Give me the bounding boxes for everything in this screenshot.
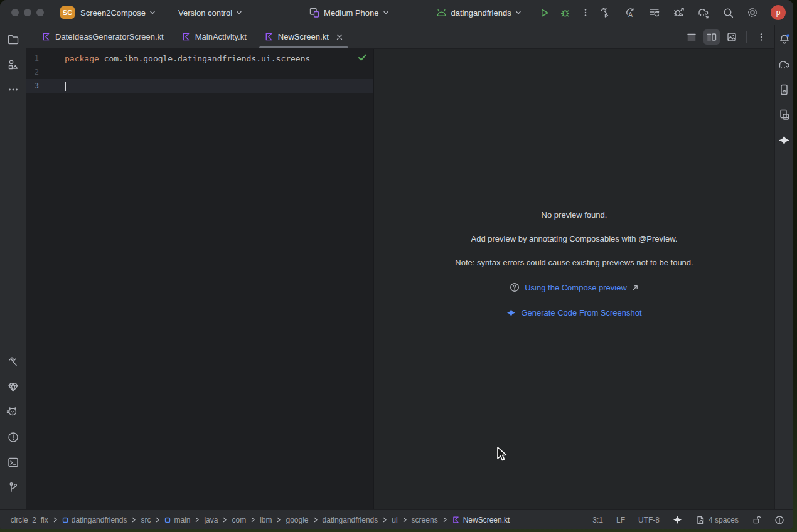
- breadcrumb-item[interactable]: java: [203, 516, 219, 524]
- compose-preview-docs-row: Using the Compose preview: [510, 282, 639, 292]
- close-tab-icon[interactable]: [336, 33, 343, 41]
- apply-changes-icon: A: [624, 6, 636, 19]
- more-tool-windows-button[interactable]: [5, 82, 21, 98]
- line-ending-widget[interactable]: LF: [616, 516, 625, 524]
- split-view-button[interactable]: [703, 29, 720, 45]
- resource-manager-tool-button[interactable]: [5, 56, 21, 73]
- external-link-icon: [632, 284, 639, 291]
- breadcrumb-item[interactable]: datingandfriends: [321, 516, 380, 524]
- tab-mainactivity[interactable]: MainActivity.kt: [173, 25, 255, 48]
- breadcrumb-item[interactable]: main: [163, 516, 191, 524]
- design-view-icon: [726, 31, 737, 43]
- breadcrumb-item[interactable]: _circle_2_fix: [5, 516, 50, 524]
- code-line-2[interactable]: 2: [26, 65, 373, 79]
- line-number[interactable]: 1: [26, 54, 39, 63]
- device-icon: [309, 7, 320, 18]
- attach-debugger-icon: [673, 6, 685, 19]
- breadcrumb-item[interactable]: com: [230, 516, 247, 524]
- profile-avatar[interactable]: p: [771, 5, 786, 20]
- gradle-tool-button[interactable]: [776, 56, 793, 73]
- terminal-tool-button[interactable]: [5, 454, 21, 471]
- breadcrumb-item[interactable]: ui: [390, 516, 398, 524]
- inspections-widget[interactable]: [358, 53, 367, 63]
- android-head-icon: [436, 8, 447, 18]
- version-control-menu[interactable]: Version control: [178, 8, 242, 18]
- build-project-button[interactable]: [599, 6, 612, 19]
- project-selector[interactable]: Screen2Compose: [80, 8, 156, 18]
- chevron-right-icon: [276, 517, 281, 523]
- project-tool-button[interactable]: [5, 31, 21, 48]
- tab-label: NewScreen.kt: [278, 32, 329, 41]
- run-button[interactable]: [539, 8, 550, 18]
- breadcrumb-item-file[interactable]: NewScreen.kt: [451, 516, 511, 524]
- debug-button[interactable]: [560, 8, 570, 18]
- breadcrumb-item[interactable]: datingandfriends: [61, 516, 129, 524]
- close-window-button[interactable]: [11, 9, 19, 16]
- line-number[interactable]: 2: [26, 68, 39, 77]
- settings-gear-icon: [746, 6, 759, 19]
- run-configuration-selector[interactable]: datingandfriends: [436, 8, 522, 18]
- maximize-window-button[interactable]: [36, 9, 44, 16]
- apply-code-changes-icon: [648, 6, 661, 19]
- chevron-right-icon: [382, 517, 387, 523]
- right-tool-rail: [774, 25, 793, 509]
- code-view-button[interactable]: [683, 29, 700, 45]
- caret-position-widget[interactable]: 3:1: [592, 516, 603, 524]
- tab-newscreen[interactable]: NewScreen.kt: [255, 25, 352, 48]
- text-caret: [65, 82, 66, 91]
- apply-code-changes-button[interactable]: [648, 6, 661, 19]
- attach-debugger-button[interactable]: [673, 6, 685, 19]
- breadcrumb-item[interactable]: google: [284, 516, 309, 524]
- generate-code-from-screenshot-link[interactable]: Generate Code From Screenshot: [521, 308, 641, 317]
- compose-preview-docs-link[interactable]: Using the Compose preview: [525, 283, 627, 292]
- main-area: DateIdeasGeneratorScreen.kt MainActivity…: [0, 25, 793, 509]
- indent-widget[interactable]: 4 spaces: [695, 515, 739, 525]
- app-quality-insights-tool-button[interactable]: [5, 379, 21, 395]
- preview-message-primary: No preview found.: [542, 211, 607, 219]
- more-actions-button[interactable]: [580, 8, 591, 18]
- breadcrumb-item[interactable]: src: [139, 516, 152, 524]
- chevron-down-icon: [236, 9, 242, 16]
- breadcrumb-item[interactable]: screens: [410, 516, 439, 524]
- code-editor[interactable]: 1 package com.ibm.google.datingandfriend…: [26, 49, 374, 509]
- design-view-button[interactable]: [724, 29, 740, 45]
- search-everywhere-button[interactable]: [722, 7, 734, 19]
- split-view-icon: [706, 31, 717, 43]
- minimize-window-button[interactable]: [24, 9, 31, 16]
- gemini-sparkle-icon: [673, 515, 682, 524]
- line-number[interactable]: 3: [26, 82, 39, 90]
- build-tool-button[interactable]: [5, 354, 21, 370]
- run-play-icon: [539, 8, 550, 18]
- file-lock-widget[interactable]: [752, 515, 761, 524]
- problems-icon: [7, 431, 19, 444]
- gemini-sparkle-icon: [778, 134, 790, 146]
- device-selector[interactable]: Medium Phone: [309, 7, 388, 18]
- gemini-tool-button[interactable]: [776, 132, 793, 148]
- code-text: [99, 54, 104, 63]
- device-manager-button[interactable]: [776, 107, 793, 123]
- logcat-tool-button[interactable]: [5, 404, 21, 420]
- running-devices-button[interactable]: [776, 82, 793, 98]
- divider: [746, 31, 747, 43]
- notifications-button[interactable]: [776, 31, 793, 48]
- tab-dateideasgeneratorscreen[interactable]: DateIdeasGeneratorScreen.kt: [33, 25, 173, 48]
- tab-options-button[interactable]: [753, 29, 769, 45]
- problems-tool-button[interactable]: [5, 429, 21, 445]
- code-text: com.ibm.google.datingandfriends.ui.scree…: [104, 54, 311, 63]
- encoding-widget[interactable]: UTF-8: [638, 516, 660, 524]
- settings-button[interactable]: [746, 6, 759, 19]
- editor-tabbar: DateIdeasGeneratorScreen.kt MainActivity…: [26, 25, 774, 49]
- inspections-status-widget[interactable]: [774, 515, 784, 525]
- breadcrumb-item[interactable]: ibm: [259, 516, 273, 524]
- code-line-1[interactable]: 1 package com.ibm.google.datingandfriend…: [26, 51, 373, 65]
- left-tool-rail: [0, 25, 26, 509]
- preview-message-hint: Add preview by annotating Composables wi…: [471, 235, 678, 243]
- help-circle-icon: [510, 282, 520, 292]
- apply-changes-button[interactable]: A: [624, 6, 636, 19]
- gemini-status-button[interactable]: [673, 515, 682, 524]
- chevron-down-icon: [383, 9, 389, 16]
- code-line-3[interactable]: 3: [26, 79, 373, 93]
- gradle-sync-button[interactable]: [697, 6, 710, 19]
- version-control-tool-button[interactable]: [5, 479, 21, 496]
- chevron-right-icon: [131, 517, 136, 523]
